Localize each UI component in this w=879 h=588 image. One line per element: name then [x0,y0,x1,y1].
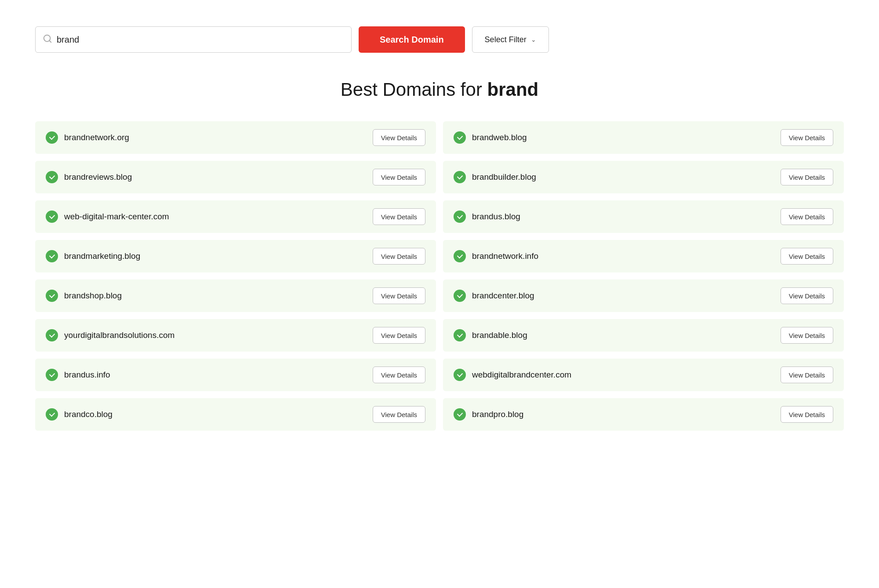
view-details-button[interactable]: View Details [373,129,425,146]
domain-name: brandnetwork.org [64,133,129,142]
domain-row: brandco.blogView Details [35,398,436,431]
domain-row: brandnetwork.orgView Details [35,121,436,154]
domain-name: brandweb.blog [472,133,527,142]
search-input[interactable] [57,35,344,45]
heading-prefix: Best Domains for [341,79,487,100]
domain-left: brandshop.blog [46,290,122,302]
chevron-down-icon: ⌄ [531,36,536,43]
domain-left: brandcenter.blog [454,290,534,302]
view-details-button[interactable]: View Details [781,169,833,185]
domain-left: brandreviews.blog [46,171,132,183]
heading-keyword: brand [487,79,539,100]
domain-left: brandnetwork.org [46,131,129,144]
available-icon [46,290,58,302]
available-icon [454,408,466,421]
available-icon [46,408,58,421]
domain-row: brandcenter.blogView Details [443,279,844,312]
domain-left: yourdigitalbrandsolutions.com [46,329,174,341]
domain-name: brandnetwork.info [472,251,538,261]
available-icon [454,369,466,381]
domain-row: brandable.blogView Details [443,319,844,352]
view-details-button[interactable]: View Details [781,327,833,344]
available-icon [454,290,466,302]
svg-line-1 [49,40,51,42]
view-details-button[interactable]: View Details [781,367,833,383]
view-details-button[interactable]: View Details [781,248,833,265]
available-icon [454,171,466,183]
available-icon [454,131,466,144]
page-heading: Best Domains for brand [35,79,844,100]
view-details-button[interactable]: View Details [373,406,425,423]
domain-row: brandmarketing.blogView Details [35,240,436,272]
domain-row: webdigitalbrandcenter.comView Details [443,359,844,391]
domain-left: brandus.info [46,369,110,381]
available-icon [46,171,58,183]
view-details-button[interactable]: View Details [373,327,425,344]
domain-left: brandco.blog [46,408,113,421]
domain-name: brandus.info [64,370,110,380]
view-details-button[interactable]: View Details [781,406,833,423]
view-details-button[interactable]: View Details [781,287,833,304]
available-icon [454,211,466,223]
search-input-wrapper [35,26,352,53]
domain-name: brandbuilder.blog [472,172,536,182]
domain-name: webdigitalbrandcenter.com [472,370,571,380]
search-domain-button[interactable]: Search Domain [359,26,465,53]
domain-row: yourdigitalbrandsolutions.comView Detail… [35,319,436,352]
domain-left: brandbuilder.blog [454,171,536,183]
view-details-button[interactable]: View Details [373,208,425,225]
view-details-button[interactable]: View Details [781,208,833,225]
available-icon [454,250,466,262]
select-filter-button[interactable]: Select Filter ⌄ [472,26,549,53]
domain-name: brandable.blog [472,330,527,340]
domain-left: web-digital-mark-center.com [46,211,169,223]
domain-row: brandreviews.blogView Details [35,161,436,193]
domain-row: brandnetwork.infoView Details [443,240,844,272]
domains-grid: brandnetwork.orgView Detailsbrandweb.blo… [35,121,844,431]
domain-name: brandreviews.blog [64,172,132,182]
domain-name: web-digital-mark-center.com [64,212,169,221]
domain-name: brandus.blog [472,212,520,221]
view-details-button[interactable]: View Details [373,287,425,304]
available-icon [454,329,466,341]
domain-left: brandnetwork.info [454,250,538,262]
view-details-button[interactable]: View Details [373,248,425,265]
domain-row: web-digital-mark-center.comView Details [35,200,436,233]
domain-left: brandweb.blog [454,131,527,144]
domain-name: brandmarketing.blog [64,251,140,261]
available-icon [46,329,58,341]
available-icon [46,211,58,223]
available-icon [46,250,58,262]
available-icon [46,131,58,144]
domain-left: brandus.blog [454,211,520,223]
domain-name: brandshop.blog [64,291,122,301]
search-bar: Search Domain Select Filter ⌄ [35,26,844,53]
domain-row: brandpro.blogView Details [443,398,844,431]
domain-left: webdigitalbrandcenter.com [454,369,571,381]
domain-name: brandpro.blog [472,410,523,419]
domain-name: brandcenter.blog [472,291,534,301]
search-icon [43,34,52,45]
domain-row: brandweb.blogView Details [443,121,844,154]
domain-row: brandus.infoView Details [35,359,436,391]
domain-row: brandus.blogView Details [443,200,844,233]
domain-name: yourdigitalbrandsolutions.com [64,330,174,340]
view-details-button[interactable]: View Details [373,367,425,383]
domain-left: brandmarketing.blog [46,250,140,262]
domain-name: brandco.blog [64,410,113,419]
domain-left: brandpro.blog [454,408,523,421]
view-details-button[interactable]: View Details [781,129,833,146]
domain-row: brandshop.blogView Details [35,279,436,312]
available-icon [46,369,58,381]
filter-label: Select Filter [485,35,527,44]
view-details-button[interactable]: View Details [373,169,425,185]
domain-left: brandable.blog [454,329,527,341]
domain-row: brandbuilder.blogView Details [443,161,844,193]
